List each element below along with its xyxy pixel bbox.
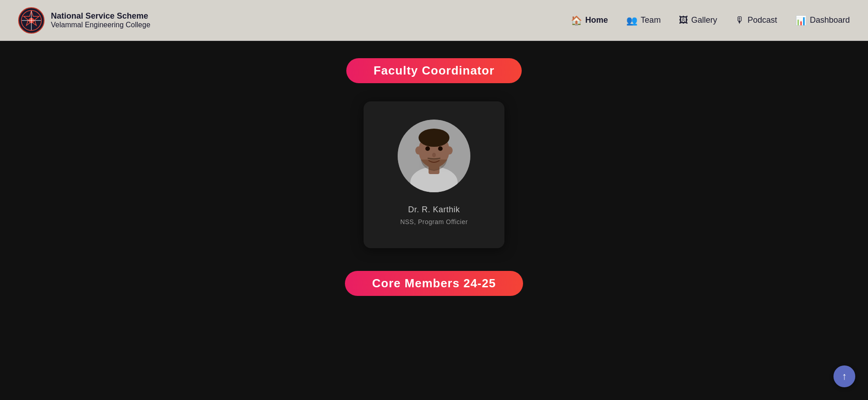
- core-members-badge: Core Members 24-25: [345, 271, 523, 296]
- bottom-section: Core Members 24-25: [345, 271, 523, 296]
- team-icon: 👥: [626, 15, 638, 26]
- brand-text: National Service Scheme Velammal Enginee…: [51, 11, 150, 29]
- profile-name: Dr. R. Karthik: [408, 205, 460, 215]
- scroll-top-button[interactable]: ↑: [833, 365, 855, 387]
- svg-point-13: [425, 146, 430, 151]
- gallery-icon: 🖼: [679, 15, 688, 25]
- nav-link-home[interactable]: 🏠 Home: [571, 15, 608, 26]
- scroll-top-icon: ↑: [842, 370, 847, 382]
- profile-card: Dr. R. Karthik NSS, Program Officier: [364, 101, 504, 248]
- faculty-coordinator-badge: Faculty Coordinator: [346, 58, 522, 83]
- svg-point-14: [438, 146, 443, 151]
- nav-label-gallery: Gallery: [691, 15, 717, 25]
- nav-link-team[interactable]: 👥 Team: [626, 15, 661, 26]
- nav-link-podcast[interactable]: 🎙 Podcast: [735, 15, 777, 25]
- nss-logo: [18, 7, 45, 34]
- nav-label-team: Team: [641, 15, 661, 25]
- brand-name: National Service Scheme: [51, 11, 150, 21]
- profile-role: NSS, Program Officier: [400, 218, 468, 225]
- brand-college: Velammal Engineering College: [51, 21, 150, 29]
- avatar-image: [398, 120, 470, 192]
- nav-label-podcast: Podcast: [748, 15, 777, 25]
- svg-point-15: [432, 153, 436, 157]
- nav-link-gallery[interactable]: 🖼 Gallery: [679, 15, 717, 25]
- nav-item-team[interactable]: 👥 Team: [626, 15, 661, 26]
- svg-point-8: [419, 129, 449, 147]
- nav-links: 🏠 Home 👥 Team 🖼 Gallery 🎙 Podcast 📊: [571, 15, 850, 26]
- podcast-icon: 🎙: [735, 15, 744, 25]
- profile-avatar: [398, 120, 470, 192]
- home-icon: 🏠: [571, 15, 582, 26]
- nav-item-dashboard[interactable]: 📊 Dashboard: [795, 15, 850, 26]
- brand: National Service Scheme Velammal Enginee…: [18, 7, 150, 34]
- nav-item-podcast[interactable]: 🎙 Podcast: [735, 15, 777, 25]
- nav-link-dashboard[interactable]: 📊 Dashboard: [795, 15, 850, 26]
- nav-item-home[interactable]: 🏠 Home: [571, 15, 608, 26]
- svg-point-12: [446, 146, 453, 155]
- nav-label-home: Home: [585, 15, 608, 25]
- card-container: Dr. R. Karthik NSS, Program Officier: [364, 101, 504, 248]
- dashboard-icon: 📊: [795, 15, 807, 26]
- nav-label-dashboard: Dashboard: [810, 15, 850, 25]
- main-content: Faculty Coordinator: [0, 0, 868, 400]
- navbar: National Service Scheme Velammal Enginee…: [0, 0, 868, 41]
- nav-item-gallery[interactable]: 🖼 Gallery: [679, 15, 717, 25]
- svg-point-11: [415, 146, 422, 155]
